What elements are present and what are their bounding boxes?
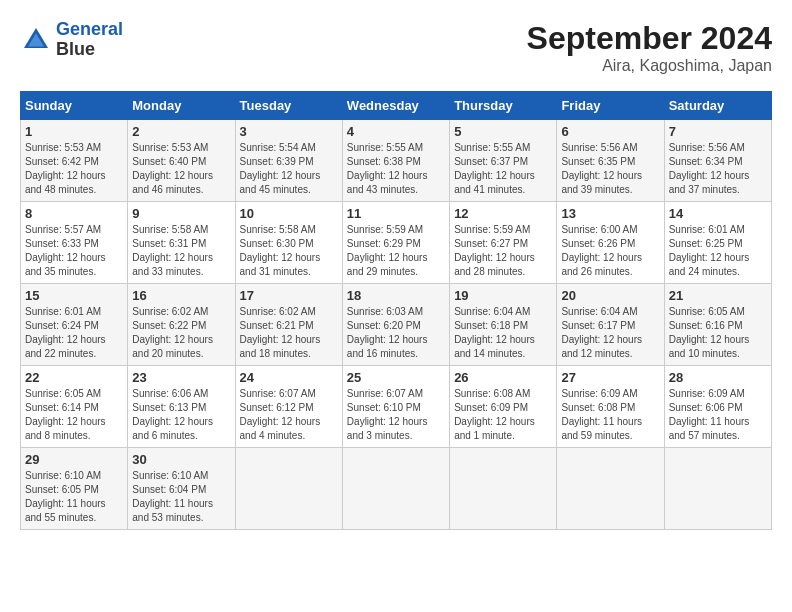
- day-cell-sep1: 1 Sunrise: 5:53 AMSunset: 6:42 PMDayligh…: [21, 120, 128, 202]
- weekday-header-row: Sunday Monday Tuesday Wednesday Thursday…: [21, 92, 772, 120]
- calendar-week-3: 15 Sunrise: 6:01 AMSunset: 6:24 PMDaylig…: [21, 284, 772, 366]
- calendar-week-4: 22 Sunrise: 6:05 AMSunset: 6:14 PMDaylig…: [21, 366, 772, 448]
- title-block: September 2024 Aira, Kagoshima, Japan: [527, 20, 772, 75]
- day-cell-sep14: 14 Sunrise: 6:01 AMSunset: 6:25 PMDaylig…: [664, 202, 771, 284]
- page-title: September 2024: [527, 20, 772, 57]
- day-cell-sep28: 28 Sunrise: 6:09 AMSunset: 6:06 PMDaylig…: [664, 366, 771, 448]
- day-cell-sep10: 10 Sunrise: 5:58 AMSunset: 6:30 PMDaylig…: [235, 202, 342, 284]
- page-header: General Blue September 2024 Aira, Kagosh…: [20, 20, 772, 75]
- day-cell-empty-1: [235, 448, 342, 530]
- day-cell-empty-3: [450, 448, 557, 530]
- logo-icon: [20, 24, 52, 56]
- day-cell-empty-5: [664, 448, 771, 530]
- day-cell-sep4: 4 Sunrise: 5:55 AMSunset: 6:38 PMDayligh…: [342, 120, 449, 202]
- day-cell-sep13: 13 Sunrise: 6:00 AMSunset: 6:26 PMDaylig…: [557, 202, 664, 284]
- day-cell-sep7: 7 Sunrise: 5:56 AMSunset: 6:34 PMDayligh…: [664, 120, 771, 202]
- day-cell-sep2: 2 Sunrise: 5:53 AMSunset: 6:40 PMDayligh…: [128, 120, 235, 202]
- page-subtitle: Aira, Kagoshima, Japan: [527, 57, 772, 75]
- day-cell-sep17: 17 Sunrise: 6:02 AMSunset: 6:21 PMDaylig…: [235, 284, 342, 366]
- day-cell-sep20: 20 Sunrise: 6:04 AMSunset: 6:17 PMDaylig…: [557, 284, 664, 366]
- header-tuesday: Tuesday: [235, 92, 342, 120]
- day-cell-sep19: 19 Sunrise: 6:04 AMSunset: 6:18 PMDaylig…: [450, 284, 557, 366]
- day-cell-empty-4: [557, 448, 664, 530]
- header-wednesday: Wednesday: [342, 92, 449, 120]
- day-cell-sep16: 16 Sunrise: 6:02 AMSunset: 6:22 PMDaylig…: [128, 284, 235, 366]
- day-cell-sep3: 3 Sunrise: 5:54 AMSunset: 6:39 PMDayligh…: [235, 120, 342, 202]
- day-cell-sep6: 6 Sunrise: 5:56 AMSunset: 6:35 PMDayligh…: [557, 120, 664, 202]
- day-cell-sep25: 25 Sunrise: 6:07 AMSunset: 6:10 PMDaylig…: [342, 366, 449, 448]
- calendar-week-5: 29 Sunrise: 6:10 AMSunset: 6:05 PMDaylig…: [21, 448, 772, 530]
- day-cell-sep30: 30 Sunrise: 6:10 AMSunset: 6:04 PMDaylig…: [128, 448, 235, 530]
- day-cell-sep15: 15 Sunrise: 6:01 AMSunset: 6:24 PMDaylig…: [21, 284, 128, 366]
- day-cell-sep9: 9 Sunrise: 5:58 AMSunset: 6:31 PMDayligh…: [128, 202, 235, 284]
- day-cell-sep12: 12 Sunrise: 5:59 AMSunset: 6:27 PMDaylig…: [450, 202, 557, 284]
- day-cell-sep11: 11 Sunrise: 5:59 AMSunset: 6:29 PMDaylig…: [342, 202, 449, 284]
- header-sunday: Sunday: [21, 92, 128, 120]
- header-friday: Friday: [557, 92, 664, 120]
- day-cell-sep5: 5 Sunrise: 5:55 AMSunset: 6:37 PMDayligh…: [450, 120, 557, 202]
- day-cell-sep27: 27 Sunrise: 6:09 AMSunset: 6:08 PMDaylig…: [557, 366, 664, 448]
- day-cell-sep8: 8 Sunrise: 5:57 AMSunset: 6:33 PMDayligh…: [21, 202, 128, 284]
- day-cell-sep23: 23 Sunrise: 6:06 AMSunset: 6:13 PMDaylig…: [128, 366, 235, 448]
- header-saturday: Saturday: [664, 92, 771, 120]
- header-thursday: Thursday: [450, 92, 557, 120]
- day-cell-sep21: 21 Sunrise: 6:05 AMSunset: 6:16 PMDaylig…: [664, 284, 771, 366]
- day-cell-sep22: 22 Sunrise: 6:05 AMSunset: 6:14 PMDaylig…: [21, 366, 128, 448]
- calendar-table: Sunday Monday Tuesday Wednesday Thursday…: [20, 91, 772, 530]
- header-monday: Monday: [128, 92, 235, 120]
- day-cell-empty-2: [342, 448, 449, 530]
- day-cell-sep24: 24 Sunrise: 6:07 AMSunset: 6:12 PMDaylig…: [235, 366, 342, 448]
- calendar-week-1: 1 Sunrise: 5:53 AMSunset: 6:42 PMDayligh…: [21, 120, 772, 202]
- day-cell-sep18: 18 Sunrise: 6:03 AMSunset: 6:20 PMDaylig…: [342, 284, 449, 366]
- calendar-week-2: 8 Sunrise: 5:57 AMSunset: 6:33 PMDayligh…: [21, 202, 772, 284]
- day-cell-sep26: 26 Sunrise: 6:08 AMSunset: 6:09 PMDaylig…: [450, 366, 557, 448]
- logo: General Blue: [20, 20, 123, 60]
- logo-text: General Blue: [56, 20, 123, 60]
- day-cell-sep29: 29 Sunrise: 6:10 AMSunset: 6:05 PMDaylig…: [21, 448, 128, 530]
